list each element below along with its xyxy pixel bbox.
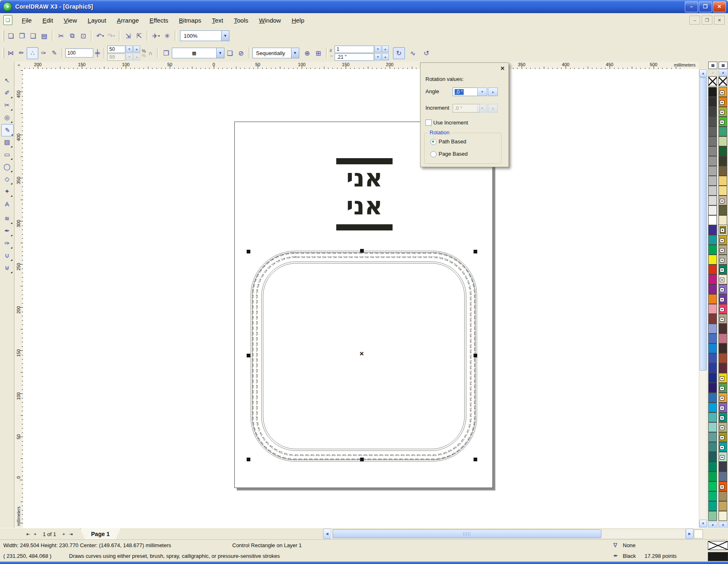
selection-handle-top-left[interactable] bbox=[247, 250, 250, 253]
color-swatch[interactable] bbox=[708, 107, 717, 117]
basic-shapes-tool[interactable]: ✦ bbox=[1, 186, 13, 197]
child-close-button[interactable]: ✕ bbox=[714, 16, 725, 25]
chevron-down-icon[interactable]: ▾ bbox=[113, 34, 115, 38]
color-swatch[interactable] bbox=[719, 265, 727, 274]
color-swatch[interactable] bbox=[719, 176, 727, 186]
artwork-text-line[interactable]: אני bbox=[328, 164, 401, 191]
rotation-values-button[interactable]: ↻ bbox=[393, 47, 405, 59]
chevron-down-icon[interactable]: ▾ bbox=[158, 34, 160, 38]
color-swatch[interactable] bbox=[719, 481, 727, 491]
offset-values-button[interactable]: ∿ bbox=[407, 48, 418, 59]
color-swatch[interactable] bbox=[708, 403, 717, 412]
first-page-button[interactable]: ⇤ bbox=[25, 530, 32, 538]
menu-file[interactable]: File bbox=[16, 15, 37, 26]
menu-window[interactable]: Window bbox=[254, 15, 286, 26]
color-swatch[interactable] bbox=[719, 186, 727, 196]
color-swatch[interactable] bbox=[708, 304, 717, 314]
color-swatch[interactable] bbox=[719, 196, 727, 205]
save-spraylist-button[interactable]: ❑ bbox=[224, 48, 236, 59]
scrollbar-splitter[interactable] bbox=[694, 529, 703, 539]
selection-handle-bottom-right[interactable] bbox=[474, 458, 477, 461]
color-swatch[interactable] bbox=[719, 146, 727, 156]
interactive-blend-tool[interactable]: ≋ bbox=[1, 213, 13, 224]
paste-button[interactable]: ⊡ bbox=[78, 30, 89, 41]
color-swatch[interactable] bbox=[708, 146, 717, 156]
zoom-level-combo[interactable]: 100% ▼ bbox=[180, 30, 229, 41]
zoom-tool[interactable]: ◎ bbox=[1, 112, 13, 123]
color-swatch[interactable] bbox=[719, 117, 727, 127]
menu-arrange[interactable]: Arrange bbox=[111, 15, 144, 26]
close-icon[interactable]: ✕ bbox=[500, 65, 505, 71]
spacing-down-spinner[interactable]: ▼ bbox=[374, 53, 381, 60]
title-bar[interactable]: ❖ CorelDRAW X3 - [Graphic5] – ❐ ✕ bbox=[0, 0, 728, 13]
color-swatch[interactable] bbox=[708, 314, 717, 324]
color-swatch[interactable] bbox=[708, 136, 717, 146]
color-swatch[interactable] bbox=[708, 481, 717, 491]
horizontal-scrollbar[interactable]: ◀ ▶ bbox=[323, 529, 693, 539]
artwork-bottom-bar[interactable] bbox=[336, 224, 393, 230]
eyedropper-tool[interactable]: ✒ bbox=[1, 225, 13, 237]
color-swatch[interactable] bbox=[719, 274, 727, 284]
color-swatch[interactable] bbox=[719, 255, 727, 265]
color-swatch[interactable] bbox=[719, 87, 727, 97]
cut-button[interactable]: ✂ bbox=[55, 30, 67, 41]
color-swatch[interactable] bbox=[708, 265, 717, 274]
color-swatch[interactable] bbox=[719, 511, 727, 521]
color-swatch[interactable] bbox=[708, 97, 717, 107]
color-swatch[interactable] bbox=[708, 462, 717, 472]
interactive-fill-tool[interactable]: ⊎ bbox=[1, 262, 13, 274]
restore-button[interactable]: ❐ bbox=[699, 1, 712, 12]
selection-center-marker[interactable]: ✕ bbox=[359, 350, 364, 357]
propbar-grip[interactable] bbox=[2, 48, 4, 58]
ruler-origin-button[interactable]: ✛ bbox=[15, 62, 23, 69]
page-based-radio[interactable] bbox=[430, 151, 437, 157]
color-swatch[interactable] bbox=[708, 324, 717, 334]
color-swatch[interactable] bbox=[719, 432, 727, 442]
color-swatch[interactable] bbox=[708, 245, 717, 255]
application-launcher-button[interactable]: ✈▾ bbox=[150, 30, 162, 41]
color-swatch[interactable] bbox=[708, 127, 717, 136]
color-swatch[interactable] bbox=[719, 422, 727, 432]
color-swatch[interactable] bbox=[708, 205, 717, 215]
color-swatch[interactable] bbox=[708, 117, 717, 127]
color-swatch[interactable] bbox=[708, 422, 717, 432]
export-button[interactable]: ⇱ bbox=[134, 30, 145, 41]
scroll-down-button[interactable]: ▼ bbox=[699, 520, 707, 527]
color-swatch-none[interactable] bbox=[708, 76, 717, 86]
color-swatch[interactable] bbox=[708, 334, 717, 343]
color-swatch[interactable] bbox=[708, 383, 717, 393]
page-tab[interactable]: Page 1 bbox=[80, 528, 121, 540]
use-increment-checkbox[interactable] bbox=[425, 120, 432, 126]
lock-proportions-icon[interactable]: ∩ bbox=[146, 48, 155, 59]
angle-up-spinner[interactable]: ▲ bbox=[488, 87, 498, 96]
scroll-right-button[interactable]: ▶ bbox=[686, 529, 693, 539]
save-button[interactable]: ❑ bbox=[28, 30, 39, 41]
freehand-smoothing-field[interactable]: 100 bbox=[65, 48, 93, 58]
spacing-field[interactable]: .21 " bbox=[335, 53, 374, 61]
color-swatch[interactable] bbox=[719, 501, 727, 511]
color-swatch[interactable] bbox=[719, 452, 727, 462]
color-swatch[interactable] bbox=[719, 383, 727, 393]
color-swatch[interactable] bbox=[719, 334, 727, 343]
color-swatch[interactable] bbox=[708, 87, 717, 97]
color-swatch[interactable] bbox=[719, 403, 727, 412]
add-page-after-button[interactable]: + bbox=[60, 530, 67, 538]
selection-handle-bottom-center[interactable] bbox=[360, 458, 364, 461]
color-swatch[interactable] bbox=[708, 343, 717, 353]
pressure-mode-button[interactable]: ✎ bbox=[49, 48, 60, 59]
brush-mode-button[interactable]: ✏ bbox=[16, 48, 27, 59]
color-swatch[interactable] bbox=[719, 156, 727, 166]
outline-color-swatch[interactable] bbox=[708, 552, 728, 561]
smoothing-slider-icon[interactable]: ╪ bbox=[93, 48, 102, 59]
new-button[interactable]: ❏ bbox=[5, 30, 16, 41]
artwork-text-line[interactable]: אני bbox=[328, 192, 401, 219]
child-restore-button[interactable]: ❐ bbox=[702, 16, 712, 25]
spray-pattern-combo[interactable]: ▩ ▼ bbox=[172, 48, 224, 58]
sprayer-mode-button[interactable]: ∴ bbox=[27, 47, 38, 59]
open-button[interactable]: ❐ bbox=[16, 30, 28, 41]
color-swatch[interactable] bbox=[708, 412, 717, 422]
spray-size-down-spinner[interactable]: ▼ bbox=[126, 46, 133, 53]
color-swatch[interactable] bbox=[708, 294, 717, 304]
color-swatch[interactable] bbox=[719, 324, 727, 334]
color-swatch[interactable] bbox=[708, 156, 717, 166]
